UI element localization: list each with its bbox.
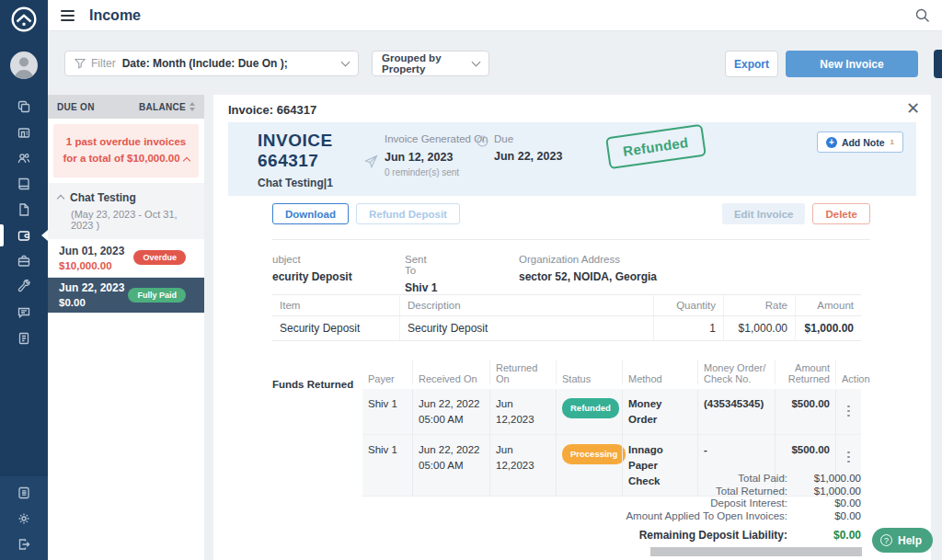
sidebar-item-properties[interactable] (0, 120, 48, 145)
note-count: 1 (890, 138, 894, 146)
sidebar-item-applications[interactable] (0, 197, 48, 223)
organization-block: Organization Address sector 52, NOIDA, G… (519, 254, 657, 283)
property-name: Chat Testing|1 (258, 177, 333, 189)
add-note-button[interactable]: + Add Note 1 (817, 131, 903, 153)
total-line: Deposit Interest:$0.00 (272, 497, 861, 510)
wallet-icon (17, 228, 31, 243)
row-actions-menu-icon[interactable] (844, 448, 854, 467)
app-logo[interactable] (9, 5, 39, 34)
sent-to-value: Shiv 1 (405, 281, 437, 294)
items-table-header: Item Description Quantity Rate Amount (272, 294, 861, 316)
delete-button[interactable]: Delete (812, 203, 870, 224)
report-icon (17, 331, 31, 346)
search-icon[interactable] (914, 7, 931, 24)
subject-value: ecurity Deposit (272, 270, 352, 283)
col-balance[interactable]: BALANCE (139, 102, 195, 112)
collapse-icon (182, 157, 190, 165)
invoice-balance: $10,000.00 (59, 260, 124, 271)
list-item[interactable]: Jun 01, 2023 $10,000.00 Overdue (48, 239, 204, 278)
status-badge: Fully Paid (128, 288, 186, 303)
chevron-down-icon (341, 58, 350, 67)
col-due-on[interactable]: DUE ON (57, 102, 95, 112)
sidebar-item-tasks[interactable] (0, 480, 48, 506)
person-icon (10, 51, 38, 79)
home-logo-icon (9, 5, 39, 34)
send-icon (364, 154, 378, 168)
divider (272, 239, 870, 240)
copy-icon (17, 99, 31, 114)
close-icon[interactable]: ✕ (906, 100, 920, 117)
invoice-due-date: Jun 22, 2023 (59, 281, 124, 294)
sidebar-item-dashboard[interactable] (0, 94, 48, 120)
group-by-value: Grouped by Property (382, 52, 473, 74)
generated-date: Jun 12, 2023 (385, 151, 488, 164)
gear-icon (17, 511, 31, 526)
help-button[interactable]: ? Help (872, 528, 933, 553)
invoice-panel-title: Invoice: 664317 (228, 103, 316, 117)
file-icon (17, 202, 31, 217)
organization-value: sector 52, NOIDA, Georgia (519, 270, 657, 283)
list-header[interactable]: DUE ON BALANCE (48, 95, 204, 119)
chat-icon (17, 305, 31, 320)
invoice-heading: INVOICE 664317 Chat Testing|1 (258, 131, 333, 189)
funnel-icon (75, 58, 86, 69)
topbar: Income (48, 0, 942, 31)
total-line: Total Paid:$1,000.00 (272, 473, 861, 486)
invoice-detail-panel: Invoice: 664317 ✕ INVOICE 664317 Chat Te… (213, 95, 931, 560)
clipboard-list-icon (17, 486, 31, 500)
funds-table-header: Payer Received On Returned On Status Met… (362, 360, 861, 389)
user-avatar[interactable] (10, 51, 38, 79)
list-item-selected[interactable]: Jun 22, 2023 $0.00 Fully Paid (48, 278, 204, 313)
sidebar-item-leases[interactable] (0, 171, 48, 197)
sidebar-item-tenants[interactable] (0, 145, 48, 171)
generated-block: Invoice Generated On Jun 12, 2023 0 remi… (385, 133, 488, 177)
invoice-header-band: INVOICE 664317 Chat Testing|1 Invoice Ge… (228, 122, 916, 196)
subject-block: ubject ecurity Deposit (272, 254, 352, 283)
export-button[interactable]: Export (725, 51, 778, 77)
sidebar-item-maintenance[interactable] (0, 274, 48, 300)
invoice-actions: Download Refund Deposit Edit Invoice Del… (272, 203, 870, 224)
menu-icon[interactable] (57, 6, 78, 25)
group-by-dropdown[interactable]: Grouped by Property (372, 51, 489, 76)
filter-label: Filter (91, 57, 116, 70)
remaining-liability: Remaining Deposit Liability:$0.00 (272, 530, 861, 543)
group-toggle[interactable]: Chat Testing (57, 191, 195, 204)
page-title: Income (89, 7, 141, 24)
invoice-due-date: Jun 01, 2023 (59, 245, 124, 257)
sidebar-nav (0, 94, 48, 351)
filter-dropdown[interactable]: Filter Date: Month (Include: Due On ); (64, 51, 359, 76)
sent-to-block: Sent To Shiv 1 (405, 254, 437, 294)
overdue-alert[interactable]: 1 past overdue invoices for a total of $… (53, 124, 199, 177)
sidebar-item-expenses[interactable] (0, 248, 48, 274)
status-badge: Processing (562, 444, 626, 464)
briefcase-icon (17, 254, 31, 269)
wrench-icon (17, 280, 31, 294)
sidebar-item-reports[interactable] (0, 326, 48, 351)
sidebar-item-messages[interactable] (0, 300, 48, 326)
sort-icon (190, 102, 195, 111)
sidebar-bottom (0, 476, 48, 560)
app-window: Income Filter Date: Month (Include: Due … (0, 0, 942, 560)
due-date: Jun 22, 2023 (494, 150, 562, 163)
sidebar-item-income[interactable] (0, 223, 48, 248)
status-badge: Refunded (562, 398, 619, 418)
total-line: Amount Applied To Open Invoices:$0.00 (272, 510, 861, 523)
new-invoice-button[interactable]: New Invoice (786, 51, 918, 77)
sidebar-item-logout[interactable] (0, 531, 48, 557)
invoice-balance: $0.00 (59, 297, 124, 308)
table-row: Shiv 1 Jun 22, 2022 05:00 AM Jun 12,2023… (362, 389, 861, 435)
refund-deposit-button[interactable]: Refund Deposit (356, 203, 460, 224)
book-icon (17, 177, 31, 191)
horizontal-scrollbar[interactable] (650, 547, 862, 556)
row-actions-menu-icon[interactable] (844, 402, 854, 421)
tenants-icon (17, 151, 31, 166)
filter-value: Date: Month (Include: Due On ); (122, 57, 288, 70)
reminders-sent: 0 reminder(s) sent (385, 167, 488, 177)
sidebar-item-settings[interactable] (0, 506, 48, 531)
items-table: Item Description Quantity Rate Amount Se… (272, 294, 861, 341)
total-line: Total Returned:$1,000.00 (272, 486, 861, 498)
group-date-range: (May 23, 2023 - Oct 31, 2023 ) (71, 209, 195, 231)
status-badge: Overdue (133, 250, 186, 265)
download-button[interactable]: Download (272, 203, 349, 224)
edit-invoice-button[interactable]: Edit Invoice (722, 203, 806, 224)
